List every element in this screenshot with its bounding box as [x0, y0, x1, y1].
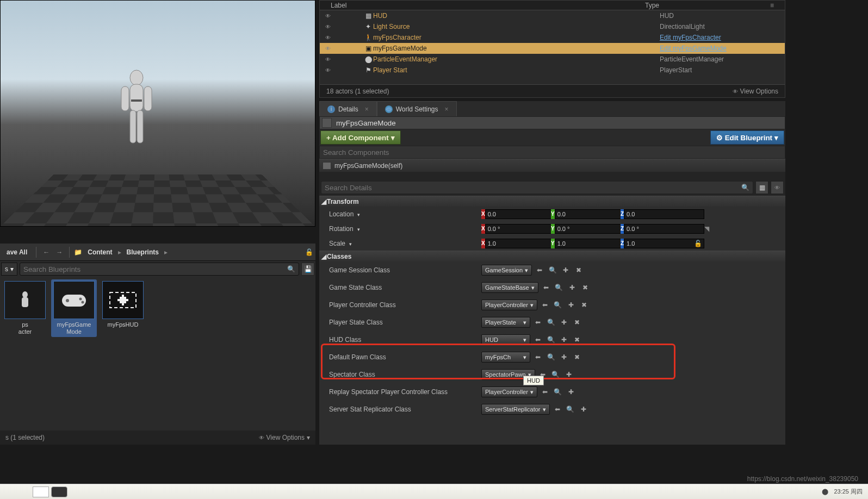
lock-button[interactable]: [305, 248, 313, 256]
tray-icon[interactable]: ⬤: [822, 488, 828, 495]
outliner-row-light-source[interactable]: ✦ Light Source DirectionalLight: [320, 21, 785, 32]
visibility-toggle[interactable]: [325, 23, 336, 30]
reset-button[interactable]: ✖: [572, 352, 582, 363]
content-search-box[interactable]: 🔍: [20, 263, 299, 276]
use-selected-button[interactable]: ⬅: [552, 404, 563, 415]
eye-toggle-button[interactable]: [771, 181, 784, 194]
asset-ps-acter[interactable]: psacter: [2, 279, 48, 337]
new-button[interactable]: ✚: [563, 369, 574, 380]
search-details-box[interactable]: 🔍: [321, 181, 753, 194]
property-matrix-button[interactable]: ▦: [755, 181, 768, 194]
visibility-toggle[interactable]: [325, 55, 336, 63]
outliner-row-player-start[interactable]: ⚑ Player Start PlayerStart: [320, 65, 785, 76]
new-button[interactable]: ✚: [559, 352, 569, 363]
outliner-row-particleeventmanager[interactable]: ⬤ ParticleEventManager ParticleEventMana…: [320, 54, 785, 65]
use-selected-button[interactable]: ⬅: [532, 334, 543, 345]
actor-type[interactable]: Edit myFpsCharacter: [660, 34, 785, 41]
nav-forward-button[interactable]: →: [54, 247, 65, 258]
use-selected-button[interactable]: ⬅: [532, 352, 543, 363]
browse-button[interactable]: 🔍: [553, 386, 563, 397]
new-button[interactable]: ✚: [567, 282, 578, 293]
edit-blueprint-button[interactable]: Edit Blueprint ▾: [710, 130, 784, 145]
class-dropdown[interactable]: HUD▾: [481, 334, 530, 345]
reset-button[interactable]: ✖: [580, 282, 591, 293]
content-view-options[interactable]: View Options ▾: [259, 434, 310, 441]
class-dropdown[interactable]: PlayerState▾: [481, 317, 530, 328]
browse-button[interactable]: 🔍: [547, 265, 558, 276]
class-dropdown[interactable]: myFpsCh▾: [481, 352, 530, 363]
outliner-row-hud[interactable]: ▦ HUD HUD: [320, 10, 785, 21]
visibility-toggle[interactable]: [325, 12, 336, 20]
new-button[interactable]: ✚: [566, 300, 576, 310]
visibility-toggle[interactable]: [325, 66, 336, 74]
folder-icon[interactable]: 📁: [74, 248, 82, 256]
save-all-button[interactable]: ave All: [2, 248, 32, 256]
visibility-toggle[interactable]: [325, 34, 336, 41]
asset-myfpsgame-mode[interactable]: myFpsGameMode: [51, 279, 97, 337]
section-classes[interactable]: ◢ Classes: [319, 251, 785, 261]
chevron-down-icon[interactable]: [356, 225, 360, 233]
search-components-box[interactable]: [319, 146, 785, 159]
class-dropdown[interactable]: PlayerController▾: [481, 300, 537, 310]
nav-back-button[interactable]: ←: [41, 247, 52, 258]
actor-type-icon: ▣: [363, 44, 373, 53]
scale-lock-button[interactable]: [692, 238, 703, 249]
chevron-down-icon[interactable]: [348, 240, 352, 247]
taskbar-app[interactable]: [51, 486, 67, 497]
save-search-button[interactable]: 💾: [301, 263, 314, 276]
outliner-view-options[interactable]: View Options: [733, 88, 778, 95]
new-button[interactable]: ✚: [559, 334, 569, 345]
outliner-row-myfpsgamemode[interactable]: ▣ myFpsGameMode Edit myFpsGameMode: [320, 43, 785, 54]
new-button[interactable]: ✚: [578, 404, 589, 415]
viewport-3d[interactable]: [0, 0, 315, 227]
browse-button[interactable]: 🔍: [545, 317, 556, 328]
actor-name-input[interactable]: [334, 117, 454, 129]
browse-button[interactable]: 🔍: [554, 282, 565, 293]
search-components-input[interactable]: [323, 148, 782, 157]
class-dropdown[interactable]: GameSession▾: [481, 265, 532, 276]
outliner-row-myfpscharacter[interactable]: 🚶 myFpsCharacter Edit myFpsCharacter: [320, 32, 785, 43]
class-dropdown[interactable]: GameStateBase▾: [481, 282, 538, 293]
add-component-button[interactable]: + Add Component ▾: [320, 130, 401, 145]
outliner-menu-icon[interactable]: ≡: [770, 2, 774, 9]
search-details-input[interactable]: [325, 184, 741, 192]
use-selected-button[interactable]: ⬅: [540, 386, 550, 397]
reset-button[interactable]: ✖: [572, 317, 582, 328]
rotation-z-input[interactable]: [624, 224, 704, 234]
browse-button[interactable]: 🔍: [545, 352, 556, 363]
new-button[interactable]: ✚: [559, 317, 569, 328]
outliner-col-label[interactable]: Label: [331, 2, 645, 9]
reset-button[interactable]: ✖: [579, 300, 590, 310]
chevron-down-icon[interactable]: [356, 210, 360, 218]
close-icon[interactable]: ×: [445, 105, 449, 113]
component-root-row[interactable]: myFpsGameMode(self): [319, 159, 785, 172]
breadcrumb-content[interactable]: Content: [84, 248, 115, 256]
section-transform[interactable]: ◢ Transform: [319, 196, 785, 207]
tab-details[interactable]: i Details ×: [319, 101, 377, 116]
new-button[interactable]: ✚: [566, 386, 576, 397]
new-button[interactable]: ✚: [560, 265, 571, 276]
use-selected-button[interactable]: ⬅: [532, 317, 543, 328]
outliner-col-type[interactable]: Type: [645, 2, 770, 9]
class-dropdown[interactable]: PlayerController▾: [481, 386, 537, 397]
use-selected-button[interactable]: ⬅: [540, 300, 550, 310]
breadcrumb-blueprints[interactable]: Blueprints: [123, 248, 162, 256]
location-z-input[interactable]: [624, 209, 704, 219]
browse-button[interactable]: 🔍: [553, 300, 563, 310]
use-selected-button[interactable]: ⬅: [541, 282, 551, 293]
visibility-toggle[interactable]: [325, 45, 336, 52]
content-search-input[interactable]: [23, 265, 287, 273]
filters-button[interactable]: s ▾: [1, 263, 17, 276]
actor-type[interactable]: Edit myFpsGameMode: [660, 45, 785, 52]
browse-button[interactable]: 🔍: [550, 369, 561, 380]
close-icon[interactable]: ×: [365, 105, 369, 113]
taskbar-app[interactable]: [33, 486, 49, 497]
use-selected-button[interactable]: ⬅: [534, 265, 545, 276]
reset-button[interactable]: ✖: [573, 265, 584, 276]
browse-button[interactable]: 🔍: [545, 334, 556, 345]
tab-world-settings[interactable]: World Settings ×: [377, 101, 457, 116]
browse-button[interactable]: 🔍: [565, 404, 576, 415]
asset-myfpshud[interactable]: myFpsHUD: [100, 279, 146, 330]
reset-button[interactable]: ✖: [572, 334, 582, 345]
class-dropdown[interactable]: ServerStatReplicator▾: [481, 404, 550, 415]
